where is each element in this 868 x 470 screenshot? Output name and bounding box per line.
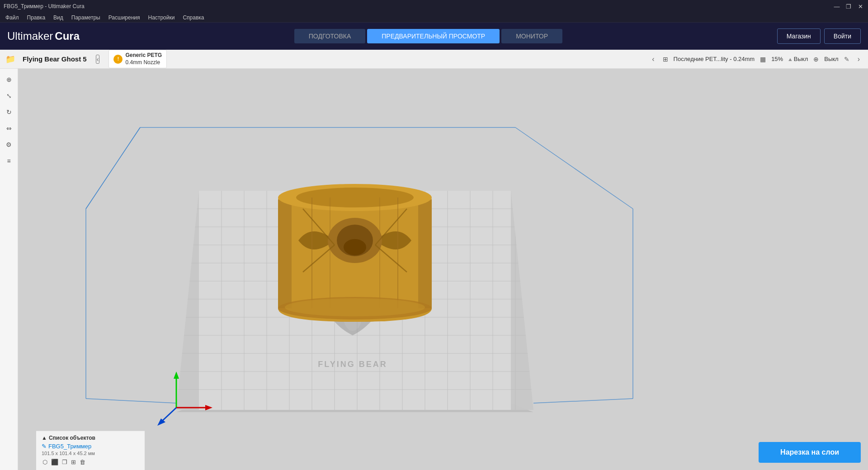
logo-cura: Cura (55, 30, 80, 42)
tool-support[interactable]: ⚙ (2, 137, 16, 152)
material-text: Generic PETG 0.4mm Nozzle (125, 52, 162, 66)
svg-text:FLYING BEAR: FLYING BEAR (318, 360, 387, 369)
edit-icon[interactable]: ✎ (844, 56, 849, 63)
main-content: ⊕ ⤡ ↻ ⇔ ⚙ ≡ (0, 69, 868, 470)
close-button[interactable]: ✕ (856, 2, 864, 10)
support-label: ⟁ Выкл (788, 56, 808, 62)
menu-view[interactable]: Вид (50, 14, 67, 22)
menu-settings[interactable]: Настройки (145, 14, 179, 22)
obj-icon-delete[interactable]: 🗑 (79, 458, 86, 466)
slice-button[interactable]: Нарезка на слои (759, 442, 861, 463)
tool-mirror[interactable]: ⇔ (2, 121, 16, 136)
svg-point-47 (296, 188, 414, 207)
logo-area: Ultimaker Cura (7, 30, 80, 42)
support-icon: ⟁ (788, 56, 792, 62)
menu-help[interactable]: Справка (179, 14, 208, 22)
menu-params[interactable]: Параметры (68, 14, 104, 22)
menu-bar: Файл Правка Вид Параметры Расширения Нас… (0, 13, 868, 23)
tool-layers[interactable]: ≡ (2, 154, 16, 168)
toolbar-right: ‹ ⊞ Последние PET...lity - 0.24mm ▦ 15% … (649, 54, 863, 64)
material-badge[interactable]: ! Generic PETG 0.4mm Nozzle (108, 50, 167, 68)
menu-extensions[interactable]: Расширения (105, 14, 144, 22)
tab-monitor[interactable]: МОНИТОР (501, 29, 562, 43)
tool-rotate[interactable]: ↻ (2, 105, 16, 119)
printer-nav-prev[interactable]: ‹ (96, 55, 100, 64)
obj-icon-surface[interactable]: ⬛ (50, 458, 59, 466)
tab-preview[interactable]: ПРЕДВАРИТЕЛЬНЫЙ ПРОСМОТР (367, 29, 500, 43)
obj-icon-copy[interactable]: ❐ (61, 458, 68, 466)
logo-ultimaker: Ultimaker (7, 30, 53, 42)
app-header: Ultimaker Cura ПОДГОТОВКА ПРЕДВАРИТЕЛЬНЫ… (0, 23, 868, 50)
toolbar: 📁 Flying Bear Ghost 5 ‹ ! Generic PETG 0… (0, 50, 868, 69)
object-name-label: FBG5_Триммер (48, 443, 91, 450)
material-icon: ! (113, 55, 123, 64)
header-right: Магазин Войти (777, 28, 861, 44)
left-sidebar: ⊕ ⤡ ↻ ⇔ ⚙ ≡ (0, 69, 18, 470)
obj-icon-cube[interactable]: ⬡ (42, 458, 48, 466)
tab-prepare[interactable]: ПОДГОТОВКА (294, 29, 365, 43)
infill-icon: ▦ (760, 56, 766, 63)
bottom-info: ▲ Список объектов ✎ FBG5_Триммер 101.5 x… (36, 431, 145, 470)
scene-svg: FLYING BEAR (18, 69, 868, 470)
object-icons: ⬡ ⬛ ❐ ⊞ 🗑 (42, 458, 139, 466)
svg-point-50 (344, 239, 366, 255)
folder-icon[interactable]: 📁 (5, 54, 15, 64)
minimize-button[interactable]: — (833, 2, 841, 10)
svg-point-60 (285, 298, 425, 316)
printer-name[interactable]: Flying Bear Ghost 5 (23, 55, 87, 63)
login-button[interactable]: Войти (824, 28, 861, 44)
profile-label[interactable]: Последние PET...lity - 0.24mm (674, 56, 755, 62)
title-bar: FBG5_Триммер - Ultimaker Cura — ❐ ✕ (0, 0, 868, 13)
viewport[interactable]: FLYING BEAR (18, 69, 868, 470)
infill-info: 15% (771, 56, 783, 62)
settings-icon: ⊞ (663, 56, 668, 63)
shop-button[interactable]: Магазин (777, 28, 821, 44)
tool-move[interactable]: ⊕ (2, 72, 16, 87)
title-bar-controls: — ❐ ✕ (833, 2, 864, 10)
object-list-header[interactable]: ▲ Список объектов (42, 435, 139, 441)
adhesion-icon: ⊕ (813, 56, 819, 63)
object-dims: 101.5 x 101.4 x 45.2 мм (42, 451, 139, 456)
svg-rect-44 (278, 200, 292, 308)
profile-info: Последние PET...lity - 0.24mm (674, 56, 755, 62)
title-bar-title: FBG5_Триммер - Ultimaker Cura (4, 3, 85, 9)
pencil-icon: ✎ (42, 443, 47, 450)
profile-nav-prev[interactable]: ‹ (649, 54, 657, 64)
maximize-button[interactable]: ❐ (844, 2, 853, 10)
menu-edit[interactable]: Правка (24, 14, 49, 22)
svg-rect-45 (418, 200, 432, 308)
profile-nav-next[interactable]: › (855, 54, 863, 64)
adhesion-info: Выкл (824, 56, 838, 62)
tool-scale[interactable]: ⤡ (2, 89, 16, 103)
menu-file[interactable]: Файл (2, 14, 23, 22)
collapse-icon: ▲ (42, 435, 47, 441)
object-list-label: Список объектов (49, 435, 95, 441)
obj-icon-duplicate[interactable]: ⊞ (70, 458, 77, 466)
header-tabs: ПОДГОТОВКА ПРЕДВАРИТЕЛЬНЫЙ ПРОСМОТР МОНИ… (294, 29, 562, 43)
object-name[interactable]: ✎ FBG5_Триммер (42, 443, 139, 450)
